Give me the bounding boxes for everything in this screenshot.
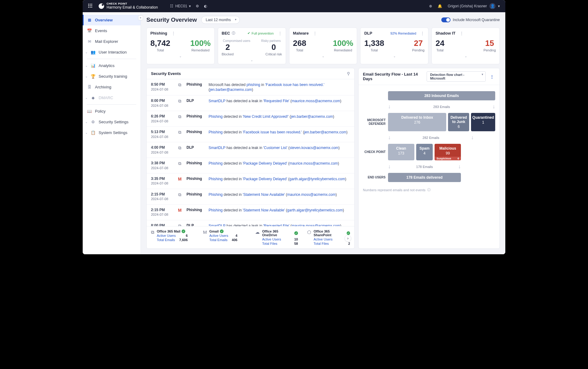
info-icon[interactable]: ⓘ (427, 188, 431, 192)
flow-menu-icon[interactable]: ⋮ (489, 74, 495, 79)
service-stat-val: 6 (186, 234, 188, 237)
toggle-label: Include Microsoft Quarantine (453, 18, 500, 22)
metric-value: 8,742 (150, 39, 170, 47)
service-stat-val: 406 (232, 238, 237, 242)
sidebar-item-user-interaction[interactable]: ⌄👥User Interaction (83, 47, 141, 58)
sidebar-item-mail-explorer[interactable]: ✉Mail Explorer (83, 36, 141, 47)
expand-icon[interactable]: ⌄ (222, 58, 282, 62)
service-icon: ☁ (255, 229, 260, 235)
sidebar-icon: 🗄 (87, 85, 92, 89)
sidebar-icon: 🏆 (91, 74, 96, 79)
sidebar-label: Overview (95, 18, 113, 22)
sidebar-item-archiving[interactable]: 🗄Archiving (83, 82, 141, 92)
sidebar-label: DMARC (99, 95, 113, 100)
sidebar-icon: ⊞ (87, 18, 92, 22)
sidebar-collapse-button[interactable]: « (138, 15, 143, 20)
expand-icon[interactable]: ⌄ (150, 54, 211, 58)
services-next-button[interactable]: › (345, 235, 351, 242)
card-menu-icon[interactable]: ⋮ (278, 31, 282, 35)
security-events-panel: Security Events ⚲ 8:50 PM2024-07-08⧉Phis… (146, 68, 355, 249)
service-stat-val: 10 (294, 237, 298, 241)
service-name: Gmail ✓ (209, 229, 238, 233)
service-stat-key: Total Emails (209, 238, 228, 242)
arrow-down-icon: ↓ (388, 103, 391, 110)
event-row[interactable]: 3:38 PM2024-07-08⧉PhishingPhishing detec… (147, 158, 354, 173)
flow-bar-spam[interactable]: Spam4 (416, 144, 433, 160)
flow-bar-delivered-to-junk[interactable]: Delivered to Junk6 (448, 113, 469, 131)
arrow-down-icon: ↓ (492, 103, 495, 110)
sidebar-label: Mail Explorer (95, 39, 118, 44)
metric-label: Total (364, 48, 384, 52)
flow-sub2: 282 Emails (393, 136, 469, 140)
event-time: 6:26 PM2024-07-08 (151, 114, 173, 123)
event-row[interactable]: 5:13 PM2024-07-08⧉PhishingPhishing detec… (147, 127, 354, 142)
card-menu-icon[interactable]: ⋮ (420, 31, 424, 35)
event-row[interactable]: 2:15 PM2024-07-08MPhishingPhishing detec… (147, 205, 354, 220)
sidebar-item-dmarc[interactable]: ⌄◆DMARC (83, 92, 141, 103)
event-description: SmartDLP has detected a leak in 'Request… (209, 223, 350, 226)
expand-icon[interactable]: ⌄ (293, 54, 353, 58)
card-title: Malware (293, 31, 309, 35)
quarantine-toggle[interactable] (441, 17, 450, 22)
sidebar-item-security-settings[interactable]: ⌄⚙Security Settings (83, 117, 141, 127)
summary-cards: Phishing⋮8,742Total100%Remediated⌄BECⓘ✔F… (146, 28, 500, 64)
event-row[interactable]: 3:35 PM2024-07-08MPhishingPhishing detec… (147, 173, 354, 189)
sidebar-icon: 👥 (91, 50, 96, 54)
sidebar-item-analytics[interactable]: ⌄📊Analytics (83, 60, 141, 71)
tenant-selector[interactable]: ☷ HEC01 ▾ (170, 4, 191, 8)
theme-toggle-icon[interactable]: ◐ (204, 4, 207, 8)
card-menu-icon[interactable]: ⋮ (460, 31, 464, 35)
service-stat-key: Active Users (314, 237, 333, 241)
event-description: Phishing detected in 'Statement Now Avai… (209, 208, 350, 213)
chevron-icon: ⌄ (85, 64, 88, 67)
notifications-bell-icon[interactable]: 🔔 (438, 4, 442, 8)
event-row[interactable]: 2:15 PM2024-07-08⧉PhishingPhishing detec… (147, 189, 354, 205)
apps-grid-icon[interactable] (88, 4, 93, 9)
sidebar-item-system-settings[interactable]: ⌄📋System Settings (83, 127, 141, 138)
card-menu-icon[interactable]: ⋮ (313, 31, 317, 35)
arrow-down-icon: ↓ (388, 163, 391, 170)
flow-bar-quarantined[interactable]: Quarantined1 (471, 113, 495, 131)
service-office-365-mail[interactable]: ⧉Office 365 Mail ✓Active Users6Total Ema… (151, 229, 194, 242)
info-icon[interactable]: ⓘ (232, 31, 235, 35)
metric-value: 0 (266, 43, 282, 51)
event-row[interactable]: 4:00 PM2024-07-08⧉DLPSmartDLP has detect… (147, 142, 354, 158)
filter-icon[interactable]: ⚲ (347, 71, 350, 76)
service-gmail[interactable]: MGmail ✓Active Users4Total Emails406 (203, 229, 246, 242)
sidebar-label: Archiving (95, 85, 111, 89)
event-source-icon: ⧉ (177, 161, 182, 166)
event-row[interactable]: 6:26 PM2024-07-08⧉PhishingPhishing detec… (147, 111, 354, 127)
service-office-365-onedrive[interactable]: ☁Office 365 OneDrive ✓Active Users10Tota… (255, 229, 298, 245)
card-menu-icon[interactable]: ⋮ (172, 31, 175, 35)
sidebar-label: Analytics (99, 63, 115, 68)
period-selector[interactable]: Last 12 months (201, 16, 240, 24)
help-icon[interactable]: ⊕ (429, 4, 432, 8)
flow-bar-delivered-to-inbox[interactable]: Delivered to Inbox276 (388, 113, 446, 131)
event-row[interactable]: 8:00 PM2024-07-07⧉DLPSmartDLP has detect… (147, 220, 354, 226)
sidebar-item-security-training[interactable]: ⌄🏆Security training (83, 71, 141, 82)
event-source-icon: ⧉ (177, 223, 182, 226)
event-description: Phishing detected in 'Statement Now Avai… (209, 192, 350, 197)
metric-label: Pending (412, 48, 424, 52)
service-icon: ⧉ (151, 229, 154, 235)
expand-icon[interactable]: ⌄ (364, 54, 424, 58)
sidebar-item-overview[interactable]: ⊞Overview (83, 15, 141, 25)
connected-services: ⧉Office 365 Mail ✓Active Users6Total Ema… (147, 226, 354, 248)
sidebar-icon: 📋 (91, 130, 96, 135)
event-source-icon: ⧉ (177, 114, 182, 119)
status-ok-icon: ✓ (294, 231, 298, 235)
sidebar-item-policy[interactable]: 📖Policy (83, 106, 141, 117)
flow-chart-selector[interactable]: Detection flow chart - Microsoft (427, 71, 486, 82)
sidebar-item-events[interactable]: 📅Events (83, 25, 141, 36)
expand-icon[interactable]: ⌄ (435, 54, 496, 58)
settings-gear-icon[interactable]: ⚙ (196, 4, 199, 8)
service-office-365-sharepoint[interactable]: ⬡Office 365 SharePoint ✓Active Users2Tot… (307, 229, 350, 245)
user-menu[interactable]: Grigori (Grisha) Krasner 👤 ▾ (448, 3, 500, 9)
chevron-icon: ⌄ (85, 120, 88, 124)
flow-bar-clean[interactable]: Clean173 (388, 144, 414, 160)
event-row[interactable]: 8:50 PM2024-07-08⧉PhishingMicrosoft has … (147, 79, 354, 95)
event-time: 3:35 PM2024-07-08 (151, 177, 173, 186)
event-row[interactable]: 8:00 PM2024-07-08⧉DLPSmartDLP has detect… (147, 95, 354, 111)
metric-value: 27 (412, 39, 424, 47)
flow-bar-malicious[interactable]: Malicious99Suspicious6 (435, 144, 461, 160)
